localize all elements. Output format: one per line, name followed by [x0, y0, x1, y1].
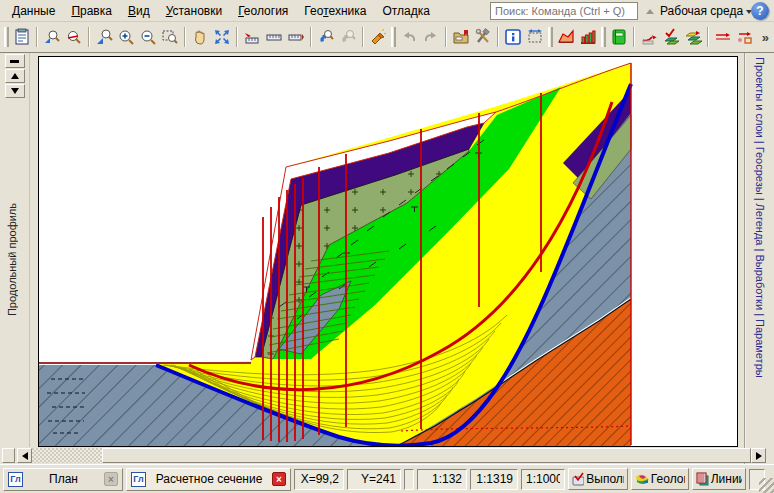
check-page-icon — [572, 472, 584, 486]
scale-horizontal-field[interactable]: 1:132 — [417, 469, 467, 490]
geology-layers-icon — [635, 473, 649, 486]
right-tab-projects-layers[interactable]: Проекты и слои — [754, 57, 766, 138]
zoom-in-icon[interactable] — [115, 25, 137, 49]
scroll-up-button[interactable] — [5, 69, 25, 83]
menu-item-edit[interactable]: Правка — [63, 1, 120, 21]
find-zoom-icon[interactable] — [315, 25, 337, 49]
scale-view-field[interactable]: 1:1000 — [521, 469, 565, 490]
horizontal-scrollbar[interactable] — [17, 448, 766, 463]
document-type-icon: Гл — [8, 472, 23, 487]
right-tab-parameters[interactable]: Параметры — [754, 319, 766, 378]
undo-icon[interactable] — [398, 25, 420, 49]
splitter-icon[interactable] — [646, 9, 654, 14]
coord-y-field: Y=241 — [347, 469, 401, 490]
coord-x-field: X=99,2 — [294, 469, 344, 490]
doc-tab-label: Расчетное сечение — [150, 472, 268, 486]
menu-item-view[interactable]: Вид — [120, 1, 158, 21]
ruler-icon[interactable] — [263, 25, 285, 49]
arrow-down-icon — [11, 88, 19, 94]
panel-collapse-button[interactable] — [5, 54, 25, 68]
check-layers-icon[interactable] — [660, 25, 682, 49]
tools-icon[interactable] — [472, 25, 494, 49]
zoom-area-icon[interactable] — [93, 25, 115, 49]
scale-vertical-field[interactable]: 1:1319 — [470, 469, 518, 490]
pan-hand-icon[interactable] — [189, 25, 211, 49]
zoom-extents-icon[interactable] — [211, 25, 233, 49]
resize-grip[interactable] — [759, 478, 774, 493]
menu-bar: Данные Правка Вид Установки Геология Гео… — [0, 0, 774, 22]
measure-distance-icon[interactable] — [524, 25, 546, 49]
profile-chart-icon[interactable] — [555, 25, 577, 49]
doc-tab-plan[interactable]: Гл План × — [3, 468, 123, 491]
close-icon[interactable]: × — [104, 472, 118, 486]
menu-item-debug[interactable]: Отладка — [374, 1, 437, 21]
doc-tab-section[interactable]: Гл Расчетное сечение × — [126, 468, 291, 491]
arrow-right-icon — [756, 452, 762, 460]
bar-chart-icon[interactable] — [577, 25, 599, 49]
toolbar-separator — [184, 27, 186, 47]
layers-copy-icon[interactable] — [682, 25, 704, 49]
panel-corner-button[interactable] — [2, 448, 15, 463]
folder-bookmark-icon[interactable] — [450, 25, 472, 49]
left-panel-tab-profile[interactable]: Продольный профиль — [6, 203, 18, 316]
arrow-line-icon[interactable] — [712, 25, 734, 49]
close-icon[interactable]: × — [272, 472, 286, 486]
search-input[interactable] — [490, 2, 638, 20]
scrollbar-thumb[interactable] — [102, 448, 751, 463]
main-area: Продольный профиль — [0, 53, 774, 464]
toolbar-separator — [362, 27, 364, 47]
toolbar-separator — [310, 27, 312, 47]
toolbar-grip[interactable] — [548, 27, 553, 47]
toolbar-separator — [497, 27, 499, 47]
menu-item-data[interactable]: Данные — [4, 1, 63, 21]
toolbar: » — [0, 22, 774, 53]
right-tab-boreholes[interactable]: Выработки — [754, 254, 766, 310]
toolbar-separator — [236, 27, 238, 47]
drawing-canvas[interactable] — [38, 56, 738, 447]
right-tab-legend[interactable]: Легенда — [754, 204, 766, 246]
ruler-marker-icon[interactable] — [285, 25, 307, 49]
workspace-label: Рабочая среда — [660, 4, 743, 18]
collapse-icon — [10, 60, 19, 63]
layer-filter-geology-button[interactable]: Геолог — [631, 468, 689, 490]
toolbar-separator — [707, 27, 709, 47]
scroll-left-button[interactable] — [17, 448, 32, 463]
scroll-down-button[interactable] — [5, 84, 25, 98]
menu-item-settings[interactable]: Установки — [158, 1, 231, 21]
toolbar-overflow-chevron[interactable]: » — [759, 30, 772, 45]
toolbar-grip[interactable] — [601, 27, 606, 47]
flashlight-icon[interactable] — [367, 25, 389, 49]
curve-arrow-icon[interactable] — [638, 25, 660, 49]
measure-arrow-ruler-icon[interactable] — [241, 25, 263, 49]
project-clipboard-icon[interactable] — [11, 25, 33, 49]
redo-icon[interactable] — [420, 25, 442, 49]
status-bar: Гл План × Гл Расчетное сечение × X=99,2 … — [0, 464, 774, 493]
app-window: Данные Правка Вид Установки Геология Гео… — [0, 0, 774, 493]
green-book-icon[interactable] — [608, 25, 630, 49]
toolbar-separator — [88, 27, 90, 47]
help-icon[interactable]: ? — [751, 2, 769, 20]
layer-filter-lines-button[interactable]: Линии — [692, 468, 746, 490]
scrollbar-track[interactable] — [32, 448, 102, 463]
arrow-box-icon[interactable] — [734, 25, 756, 49]
zoom-cancel-icon[interactable] — [63, 25, 85, 49]
right-panel-strip: Проекты и слои | Геосрезы | Легенда | Вы… — [744, 53, 774, 464]
arrow-up-icon — [11, 73, 19, 79]
workspace-menu[interactable]: Рабочая среда — [660, 4, 752, 18]
zoom-out-icon[interactable] — [137, 25, 159, 49]
hatched-square-icon — [696, 472, 709, 486]
toolbar-separator — [633, 27, 635, 47]
find-zoom-disabled-icon[interactable] — [337, 25, 359, 49]
menu-item-geology[interactable]: Геология — [230, 1, 296, 21]
scroll-right-button[interactable] — [751, 448, 766, 463]
menu-item-geotechnics[interactable]: Геотехника — [296, 1, 374, 21]
toolbar-grip[interactable] — [4, 27, 9, 47]
toolbar-separator — [445, 27, 447, 47]
spacer-field — [404, 469, 414, 490]
toolbar-grip[interactable] — [391, 27, 396, 47]
info-icon[interactable] — [502, 25, 524, 49]
zoom-window-icon[interactable] — [159, 25, 181, 49]
layer-filter-done-button[interactable]: Выполн — [568, 468, 628, 490]
zoom-select-icon[interactable] — [41, 25, 63, 49]
right-tab-geosections[interactable]: Геосрезы — [754, 147, 766, 195]
